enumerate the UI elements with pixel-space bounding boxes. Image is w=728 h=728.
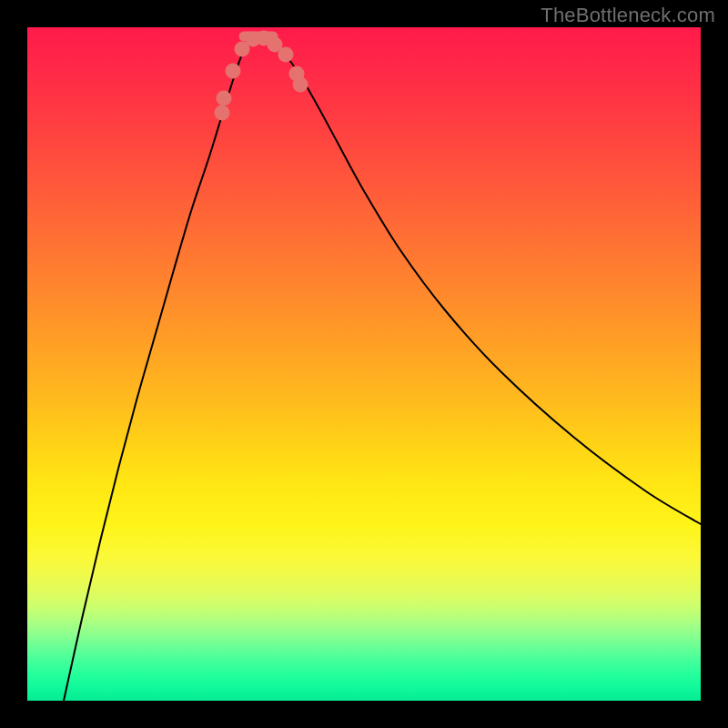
- curve-dot: [215, 106, 230, 121]
- curve-dots-group: [215, 31, 308, 121]
- curve-dot: [293, 77, 308, 93]
- watermark-text: TheBottleneck.com: [541, 4, 715, 27]
- curve-dot: [217, 91, 232, 106]
- plot-area: [27, 27, 701, 701]
- bottleneck-curve: [64, 39, 701, 701]
- curve-dot: [226, 64, 241, 79]
- curve-dot: [278, 47, 294, 63]
- curve-svg: [27, 27, 701, 701]
